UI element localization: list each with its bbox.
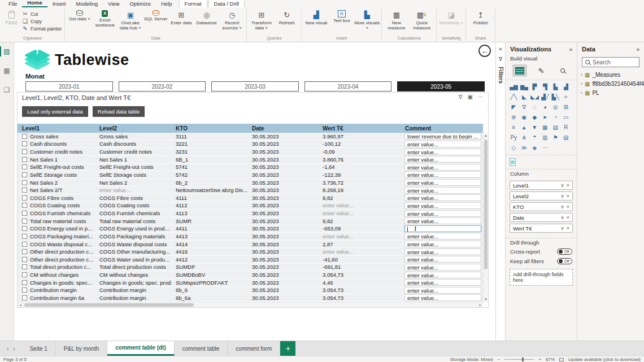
month-button[interactable]: 2023-02 (119, 81, 206, 91)
search-input[interactable]: Search (582, 57, 639, 67)
row-checkbox[interactable] (22, 264, 27, 269)
line-clustered-column-chart-icon[interactable]: ▙╲ (551, 93, 560, 101)
wert-cell[interactable]: -653,09 (323, 225, 403, 232)
comment-input[interactable]: enter value... (404, 149, 481, 155)
row-checkbox[interactable] (22, 164, 27, 169)
wert-cell[interactable]: 3.054,73 (323, 287, 403, 293)
field-pill[interactable]: Wert T€ ∨ × (510, 224, 573, 233)
focus-mode-icon[interactable]: ▣ (468, 94, 473, 100)
dataverse-button[interactable]: ◎ Dataverse (194, 8, 219, 25)
clustered-column-chart-icon[interactable]: ▜ (541, 83, 550, 91)
field-dropdown-icon[interactable]: ∨ (560, 204, 564, 210)
wert-cell[interactable]: -691,81 (323, 264, 403, 270)
scroll-up-icon[interactable]: ▲ (484, 133, 488, 138)
stacked-column-chart-icon[interactable]: ▆▄ (520, 83, 529, 91)
field-remove-icon[interactable]: × (567, 215, 569, 220)
comment-input[interactable]: enter value... (404, 241, 481, 247)
data-model-item[interactable]: › ▦ PL (577, 88, 644, 97)
menu-tab[interactable]: Optimize (124, 0, 155, 7)
row-checkbox[interactable] (22, 157, 27, 162)
q-and-a-icon[interactable]: ❝ (530, 134, 539, 142)
tablewise-custom-visual-icon[interactable]: ≋ (510, 158, 516, 166)
paginated-report-icon[interactable]: ▤ (562, 134, 571, 142)
decomposition-tree-icon[interactable]: ⋔ (520, 134, 529, 142)
row-checkbox[interactable] (22, 149, 27, 154)
quick-measure-button[interactable]: ▦ Quick measure (409, 8, 434, 30)
cut-button[interactable]: ✂ Cut (22, 11, 62, 17)
comment-input[interactable]: enter value... (404, 279, 481, 286)
shape-map-icon[interactable]: ◆ (530, 114, 539, 121)
area-chart-icon[interactable]: ◣ (520, 93, 529, 101)
row-checkbox[interactable] (22, 195, 27, 200)
menu-tab[interactable]: File (3, 0, 22, 7)
level2-cell[interactable]: COGS Coating costs (99, 202, 149, 208)
fit-to-page-icon[interactable] (559, 358, 564, 361)
month-button[interactable]: 2023-01 (25, 81, 113, 91)
comment-input[interactable]: enter value... (404, 248, 481, 255)
level2-cell[interactable]: Net Sales 1 (99, 156, 127, 163)
slicer-icon[interactable]: ▼ (530, 124, 539, 132)
wert-cell[interactable]: 2,87 (323, 241, 403, 247)
page-tab[interactable]: comment form (228, 341, 280, 356)
map-icon[interactable]: ⊚ (510, 114, 518, 121)
wert-cell[interactable]: 3.960,97 (323, 133, 403, 139)
page-tab[interactable]: P&L by month (56, 341, 107, 356)
level2-cell[interactable]: SellE Storage costs (99, 172, 146, 178)
page-tab[interactable]: comment table (dt) (107, 341, 174, 356)
new-visual-button[interactable]: ▟ New visual (303, 8, 329, 25)
menu-tab[interactable]: Format (180, 0, 207, 7)
wert-cell[interactable]: -122,39 (323, 172, 403, 178)
column-header[interactable]: Comment (403, 125, 483, 132)
comment-input[interactable]: enter value... (404, 156, 481, 163)
donut-chart-icon[interactable]: ◎ (551, 103, 560, 111)
line-stacked-column-chart-icon[interactable]: ▟╱ (541, 93, 550, 101)
row-checkbox[interactable] (22, 180, 27, 185)
scroll-right-icon[interactable]: ▸ (477, 303, 483, 307)
update-available-link[interactable]: Update available (click to download) (568, 357, 641, 362)
matrix-icon[interactable]: ▤ (551, 124, 560, 132)
comment-input[interactable]: enter value... (404, 272, 481, 278)
wert-cell[interactable]: 3.054,73 (323, 295, 403, 301)
stacked-area-chart-icon[interactable]: ◣◢ (530, 93, 539, 101)
level2-cell[interactable]: Total direct production costs (99, 264, 166, 270)
kpi-icon[interactable]: ▲ (520, 124, 529, 132)
next-page-icon[interactable]: › (13, 346, 15, 352)
field-remove-icon[interactable]: × (567, 225, 569, 231)
wert-cell[interactable]: -100,12 (323, 141, 403, 147)
metrics-icon[interactable]: ⚑ (551, 134, 560, 142)
100-stacked-column-chart-icon[interactable]: ▟ (562, 83, 571, 91)
copy-button[interactable]: ❏ Copy (22, 18, 62, 24)
wert-cell[interactable]: 3.054,73 (323, 272, 403, 278)
power-apps-icon[interactable]: ◇ (510, 144, 518, 152)
waterfall-chart-icon[interactable]: ◤ (510, 103, 518, 111)
menu-tab[interactable]: Modeling (71, 0, 103, 7)
comment-input[interactable]: enter value... (404, 194, 481, 201)
expand-chevron-icon[interactable]: › (581, 90, 582, 95)
sensitivity-button[interactable]: ◪ Sensitivity ˅ (438, 8, 464, 25)
menu-tab[interactable]: Help (156, 0, 177, 7)
clustered-bar-chart-icon[interactable]: ▛ (530, 83, 539, 91)
comment-input[interactable]: enter value... (404, 256, 481, 263)
more-options-icon[interactable]: ⋯ (478, 94, 484, 100)
transform-data-button[interactable]: ⊞ Transform data ˅ (249, 8, 274, 30)
pie-chart-icon[interactable]: ◕ (541, 103, 550, 111)
level2-cell[interactable]: Cash discounts (99, 141, 136, 147)
menu-tab[interactable]: Data / Drill (209, 0, 244, 7)
level2-cell[interactable]: Total raw material costs (99, 218, 155, 224)
wert-cell[interactable]: enter value... (323, 210, 403, 216)
zoom-out-icon[interactable]: − (498, 357, 501, 362)
more-visuals-button[interactable]: ▙ More visuals ˅ (354, 8, 380, 30)
paste-button[interactable]: Paste (2, 8, 21, 25)
comment-input[interactable]: enter value... (404, 187, 481, 194)
row-checkbox[interactable] (22, 226, 27, 231)
menu-tab[interactable]: View (103, 0, 124, 7)
field-pill[interactable]: KTO ∨ × (510, 202, 573, 211)
enter-data-button[interactable]: ⊞ Enter data (168, 8, 194, 25)
ribbon-chart-icon[interactable]: ≈ (562, 93, 571, 101)
publish-button[interactable]: ↥ Publish (468, 8, 493, 25)
wert-cell[interactable]: 9,82 (323, 195, 403, 201)
field-remove-icon[interactable]: × (567, 204, 569, 210)
field-remove-icon[interactable]: × (567, 193, 569, 199)
reload-data-table-button[interactable]: Reload data table (93, 106, 145, 117)
level2-cell[interactable]: Gross sales (99, 133, 128, 139)
